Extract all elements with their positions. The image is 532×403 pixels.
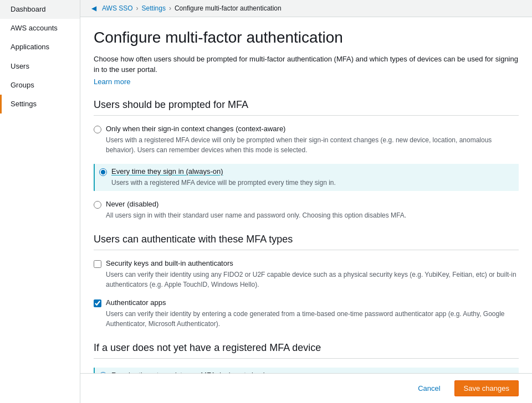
label-security-keys: Security keys and built-in authenticator… bbox=[106, 259, 233, 267]
save-changes-button[interactable]: Save changes bbox=[454, 380, 519, 396]
sidebar-item-dashboard[interactable]: Dashboard bbox=[0, 0, 80, 19]
footer: Cancel Save changes bbox=[80, 373, 532, 403]
label-always-on: Every time they sign in (always-on) bbox=[111, 167, 223, 175]
label-never-disabled: Never (disabled) bbox=[106, 200, 158, 208]
section-prompt-title: Users should be prompted for MFA bbox=[94, 99, 519, 116]
section-types: Users can authenticate with these MFA ty… bbox=[94, 234, 519, 329]
types-options: Security keys and built-in authenticator… bbox=[94, 259, 519, 329]
breadcrumb-aws-sso[interactable]: AWS SSO bbox=[102, 4, 133, 12]
checkbox-security-keys[interactable] bbox=[94, 260, 101, 268]
breadcrumb: ◀ AWS SSO › Settings › Configure multi-f… bbox=[80, 0, 532, 17]
page-content: Configure multi-factor authentication Ch… bbox=[80, 17, 532, 403]
section-prompt: Users should be prompted for MFA Only wh… bbox=[94, 99, 519, 220]
page-title: Configure multi-factor authentication bbox=[94, 28, 519, 47]
radio-always-on[interactable] bbox=[99, 168, 107, 176]
option-authenticator-apps: Authenticator apps Users can verify thei… bbox=[94, 298, 519, 329]
learn-more-link[interactable]: Learn more bbox=[94, 78, 130, 86]
sidebar-item-applications[interactable]: Applications bbox=[0, 38, 80, 56]
main-content: ◀ AWS SSO › Settings › Configure multi-f… bbox=[80, 0, 532, 403]
option-security-keys: Security keys and built-in authenticator… bbox=[94, 259, 519, 290]
desc-authenticator-apps: Users can verify their identity by enter… bbox=[106, 309, 519, 329]
option-always-on: Every time they sign in (always-on) User… bbox=[94, 164, 519, 191]
section-no-device-title: If a user does not yet have a registered… bbox=[94, 342, 519, 359]
option-disabled: Never (disabled) All users sign in with … bbox=[94, 200, 519, 220]
back-icon[interactable]: ◀ bbox=[91, 4, 96, 12]
option-context-aware: Only when their sign-in context changes … bbox=[94, 125, 519, 155]
label-context-aware: Only when their sign-in context changes … bbox=[106, 125, 285, 133]
page-description: Choose how often users should be prompte… bbox=[94, 54, 519, 75]
breadcrumb-settings[interactable]: Settings bbox=[142, 4, 166, 12]
radio-never-disabled[interactable] bbox=[94, 201, 101, 209]
label-authenticator-apps: Authenticator apps bbox=[106, 298, 166, 307]
cancel-button[interactable]: Cancel bbox=[408, 380, 449, 396]
section-types-title: Users can authenticate with these MFA ty… bbox=[94, 234, 519, 250]
desc-never-disabled: All users sign in with their standard us… bbox=[106, 210, 519, 220]
desc-security-keys: Users can verify their identity using an… bbox=[106, 270, 519, 290]
breadcrumb-sep-1: › bbox=[136, 4, 139, 12]
sidebar-item-settings[interactable]: Settings bbox=[0, 95, 80, 113]
breadcrumb-current: Configure multi-factor authentication bbox=[175, 4, 282, 12]
sidebar-item-groups[interactable]: Groups bbox=[0, 76, 80, 95]
sidebar: Dashboard AWS accounts Applications User… bbox=[0, 0, 80, 403]
checkbox-authenticator-apps[interactable] bbox=[94, 299, 101, 307]
breadcrumb-sep-2: › bbox=[169, 4, 171, 12]
desc-always-on: Users with a registered MFA device will … bbox=[111, 178, 514, 188]
radio-context-aware[interactable] bbox=[94, 126, 101, 133]
prompt-options: Only when their sign-in context changes … bbox=[94, 125, 519, 220]
desc-context-aware: Users with a registered MFA device will … bbox=[106, 135, 519, 155]
sidebar-item-aws-accounts[interactable]: AWS accounts bbox=[0, 19, 80, 38]
sidebar-item-users[interactable]: Users bbox=[0, 57, 80, 76]
